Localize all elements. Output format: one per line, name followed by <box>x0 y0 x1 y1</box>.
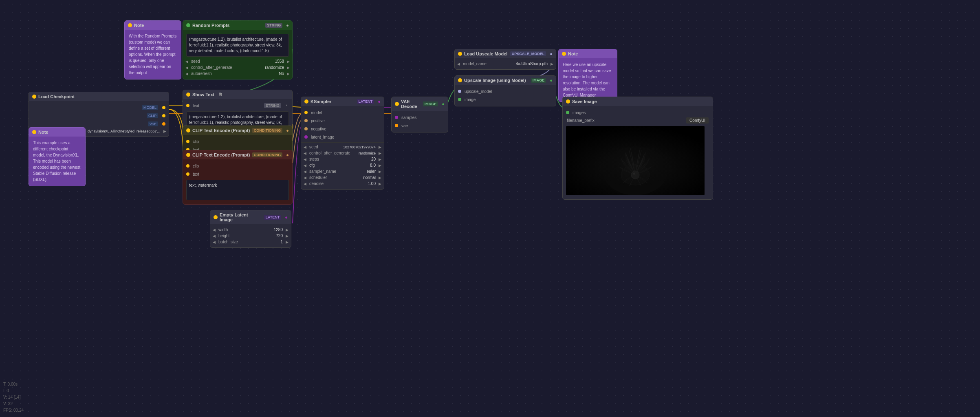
ksampler-control-arrow-left[interactable]: ◀ <box>304 151 306 155</box>
ksampler-cfg-row: ◀ cfg 8.0 ▶ <box>301 162 384 168</box>
ksampler-steps-row: ◀ steps 20 ▶ <box>301 156 384 162</box>
empty-latent-title: Empty Latent Image <box>220 212 262 222</box>
note-header-1: Note <box>125 21 181 30</box>
upscale-image-title: Upscale Image (using Model) <box>464 78 526 83</box>
clip-neg-textarea[interactable]: text, watermark <box>186 180 289 200</box>
ksampler-cfg-value: 8.0 <box>370 163 376 168</box>
vae-decode-title: VAE Decode <box>401 99 421 109</box>
ksampler-sampler-arrow-right[interactable]: ▶ <box>379 170 381 174</box>
save-filename-value[interactable]: ComfyUI <box>686 117 709 124</box>
status-bar: T: 0.00s I: 0 V: 14 [14] V: 32 FPS: 00.2… <box>3 381 24 414</box>
clip-neg-clip-label: clip <box>193 164 289 168</box>
ksampler-denoise-arrow-right[interactable]: ▶ <box>379 182 381 186</box>
clip-pos-clip-connector <box>186 140 189 143</box>
random-prompts-header: Random Prompts STRING ● <box>183 21 292 30</box>
ksampler-dot <box>304 99 308 104</box>
upscale-model-value: 4x-UltraSharp.pth <box>516 62 548 66</box>
show-text-label-row: text STRING ⋮ <box>183 101 292 110</box>
ksampler-scheduler-arrow-left[interactable]: ◀ <box>304 176 306 180</box>
ksampler-positive-label: positive <box>311 119 381 123</box>
control-value: randomize <box>265 65 284 70</box>
height-arrow-left[interactable]: ◀ <box>213 234 216 238</box>
ksampler-seed-arrow-left[interactable]: ◀ <box>304 145 306 149</box>
ksampler-node: KSampler LATENT ● model positive negativ… <box>301 97 384 190</box>
empty-latent-dot <box>214 215 218 219</box>
height-value: 720 <box>276 234 283 238</box>
autorefresh-arrow-left[interactable]: ◀ <box>185 72 188 76</box>
upscale-model-arrow-left[interactable]: ◀ <box>457 62 460 66</box>
ckpt-value: sdxl_dynavisionXL.AllinOneStyled_release… <box>79 129 161 133</box>
clip-encode-neg-node: CLIP Text Encode (Prompt) CONDITIONING ●… <box>183 150 293 205</box>
load-upscale-header: Load Upscale Model UPSCALE_MODEL ● <box>455 49 556 58</box>
ksampler-seed-value: 1027807821979374 <box>343 145 376 149</box>
random-prompts-textarea[interactable]: (megastructure:1.2), brutalist architect… <box>186 34 289 57</box>
control-arrow-left[interactable]: ◀ <box>185 66 188 70</box>
ksampler-sampler-label: sampler_name <box>309 169 366 174</box>
status-fps: FPS: 00.24 <box>3 407 24 414</box>
clip-encode-pos-title: CLIP Text Encode (Prompt) <box>192 128 250 133</box>
clip-neg-text-row: text <box>183 170 292 178</box>
width-value: 1280 <box>274 227 283 232</box>
ksampler-out-connector: ● <box>378 99 381 104</box>
ksampler-control-row: ◀ control_after_generate randomize ▶ <box>301 150 384 156</box>
vae-decode-samples-row: samples <box>392 113 448 121</box>
seed-arrow-left[interactable]: ◀ <box>185 60 188 64</box>
control-arrow-right[interactable]: ▶ <box>287 66 290 70</box>
load-checkpoint-title: Load Checkpoint <box>38 94 75 99</box>
ksampler-sampler-arrow-left[interactable]: ◀ <box>304 170 306 174</box>
vae-decode-samples-label: samples <box>401 115 445 120</box>
ksampler-seed-row: ◀ seed 1027807821979374 ▶ <box>301 144 384 150</box>
ksampler-cfg-arrow-left[interactable]: ◀ <box>304 163 306 168</box>
clip-neg-badge: CONDITIONING <box>252 152 283 157</box>
note-header-3: Note <box>559 49 617 58</box>
batch-arrow-right[interactable]: ▶ <box>286 240 288 244</box>
note-text-2: This example uses a different checkpoint… <box>29 137 85 186</box>
note-node-3: Note Here we use an upscale model so tha… <box>558 49 617 102</box>
ksampler-control-arrow-right[interactable]: ▶ <box>379 151 381 155</box>
width-arrow-right[interactable]: ▶ <box>286 228 288 232</box>
upscale-model-arrow-right[interactable]: ▶ <box>551 62 553 66</box>
ksampler-scheduler-arrow-right[interactable]: ▶ <box>379 176 381 180</box>
ksampler-title: KSampler <box>311 99 331 104</box>
ksampler-steps-arrow-left[interactable]: ◀ <box>304 157 306 161</box>
autorefresh-value: No <box>279 71 284 76</box>
model-badge: MODEL <box>142 105 158 110</box>
note-node-2: Note This example uses a different check… <box>29 127 86 186</box>
upscale-model-label: model_name <box>463 62 515 66</box>
autorefresh-arrow-right[interactable]: ▶ <box>287 72 290 76</box>
ckpt-arrow-right[interactable]: ▶ <box>163 129 166 133</box>
ksampler-scheduler-value: normal <box>363 175 376 180</box>
vae-decode-node: VAE Decode IMAGE ● samples vae <box>391 97 448 132</box>
upscale-image-badge: IMAGE <box>531 78 546 83</box>
batch-row: ◀ batch_size 1 ▶ <box>210 239 291 245</box>
note-dot-3 <box>562 52 566 56</box>
ksampler-positive-row: positive <box>301 117 384 125</box>
upscale-image-in-row: image <box>455 95 556 104</box>
ksampler-control-label: control_after_generate <box>309 151 357 155</box>
note-text-3: Here we use an upscale model so that we … <box>559 58 617 101</box>
ksampler-negative-row: negative <box>301 125 384 133</box>
note-title-2: Note <box>38 130 48 135</box>
upscale-image-dot <box>458 78 462 82</box>
ksampler-cfg-arrow-right[interactable]: ▶ <box>379 163 381 168</box>
ksampler-denoise-arrow-left[interactable]: ◀ <box>304 182 306 186</box>
load-upscale-dot <box>458 52 462 56</box>
ksampler-seed-arrow-right[interactable]: ▶ <box>379 145 381 149</box>
width-arrow-left[interactable]: ◀ <box>213 228 216 232</box>
vae-decode-dot <box>395 102 399 106</box>
save-image-body: images filename_prefix ComfyUI <box>563 106 713 199</box>
show-text-out-connector: ⋮ <box>284 103 289 108</box>
height-arrow-right[interactable]: ▶ <box>286 234 288 238</box>
vae-decode-body: samples vae <box>392 111 448 132</box>
batch-arrow-left[interactable]: ◀ <box>213 240 216 244</box>
seed-arrow-right[interactable]: ▶ <box>287 60 290 64</box>
ksampler-denoise-label: denoise <box>309 181 367 186</box>
ksampler-steps-arrow-right[interactable]: ▶ <box>379 157 381 161</box>
empty-latent-node: Empty Latent Image LATENT ● ◀ width 1280… <box>210 210 291 248</box>
clip-encode-neg-header: CLIP Text Encode (Prompt) CONDITIONING ● <box>183 150 292 159</box>
save-image-images-row: images <box>563 108 713 117</box>
ksampler-sampler-row: ◀ sampler_name euler ▶ <box>301 168 384 174</box>
clip-encode-neg-body: clip text text, watermark <box>183 159 292 204</box>
clip-output-row: CLIP <box>29 112 169 120</box>
model-output-row: MODEL <box>29 104 169 112</box>
